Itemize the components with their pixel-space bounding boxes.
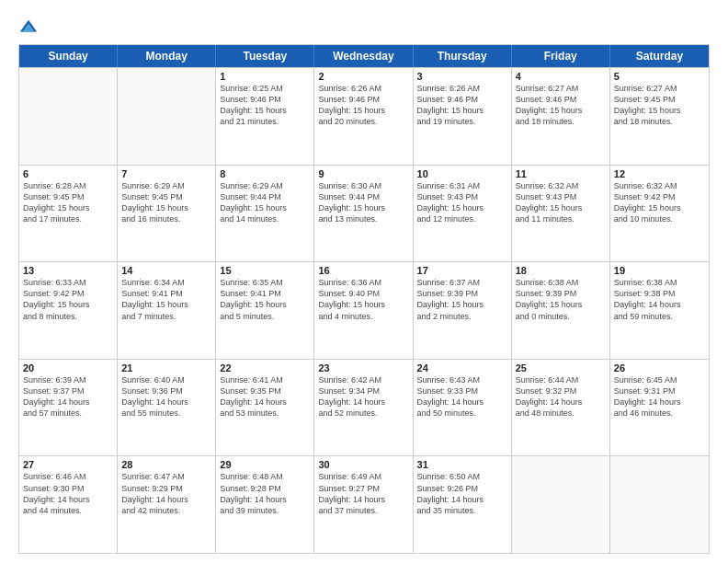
day-info: Sunrise: 6:38 AM Sunset: 9:38 PM Dayligh… (614, 277, 705, 322)
day-info: Sunrise: 6:26 AM Sunset: 9:46 PM Dayligh… (318, 83, 408, 128)
day-number: 28 (121, 459, 211, 470)
day-info: Sunrise: 6:31 AM Sunset: 9:43 PM Dayligh… (417, 180, 507, 225)
day-of-week-header: Friday (512, 45, 610, 67)
day-number: 27 (23, 459, 113, 470)
day-info: Sunrise: 6:39 AM Sunset: 9:37 PM Dayligh… (23, 374, 113, 419)
calendar-row: 13Sunrise: 6:33 AM Sunset: 9:42 PM Dayli… (19, 261, 709, 359)
table-row (118, 68, 216, 165)
day-info: Sunrise: 6:30 AM Sunset: 9:44 PM Dayligh… (318, 180, 408, 225)
day-of-week-header: Tuesday (216, 45, 314, 67)
day-info: Sunrise: 6:38 AM Sunset: 9:39 PM Dayligh… (516, 277, 606, 322)
day-number: 9 (318, 168, 408, 179)
calendar-row: 1Sunrise: 6:25 AM Sunset: 9:46 PM Daylig… (19, 67, 709, 165)
day-info: Sunrise: 6:42 AM Sunset: 9:34 PM Dayligh… (318, 374, 408, 419)
logo-icon (18, 17, 39, 37)
day-info: Sunrise: 6:28 AM Sunset: 9:45 PM Dayligh… (23, 180, 113, 225)
header (18, 17, 710, 37)
day-number: 31 (417, 459, 507, 470)
day-number: 8 (220, 168, 310, 179)
table-row: 18Sunrise: 6:38 AM Sunset: 9:39 PM Dayli… (512, 262, 610, 359)
calendar-row: 6Sunrise: 6:28 AM Sunset: 9:45 PM Daylig… (19, 165, 709, 262)
day-number: 10 (417, 168, 507, 179)
day-info: Sunrise: 6:29 AM Sunset: 9:44 PM Dayligh… (220, 180, 310, 225)
day-number: 24 (417, 362, 507, 373)
day-info: Sunrise: 6:41 AM Sunset: 9:35 PM Dayligh… (220, 374, 310, 419)
day-number: 2 (318, 71, 408, 82)
table-row: 2Sunrise: 6:26 AM Sunset: 9:46 PM Daylig… (314, 68, 413, 165)
table-row: 8Sunrise: 6:29 AM Sunset: 9:44 PM Daylig… (216, 166, 314, 262)
day-info: Sunrise: 6:46 AM Sunset: 9:30 PM Dayligh… (23, 471, 113, 516)
logo (18, 17, 42, 37)
table-row: 9Sunrise: 6:30 AM Sunset: 9:44 PM Daylig… (314, 166, 413, 262)
day-info: Sunrise: 6:50 AM Sunset: 9:26 PM Dayligh… (417, 471, 507, 516)
table-row: 6Sunrise: 6:28 AM Sunset: 9:45 PM Daylig… (19, 166, 118, 262)
day-number: 30 (318, 459, 408, 470)
calendar-header: SundayMondayTuesdayWednesdayThursdayFrid… (19, 45, 709, 67)
table-row: 17Sunrise: 6:37 AM Sunset: 9:39 PM Dayli… (414, 262, 512, 359)
day-of-week-header: Wednesday (314, 45, 413, 67)
day-number: 29 (220, 459, 310, 470)
table-row: 11Sunrise: 6:32 AM Sunset: 9:43 PM Dayli… (512, 166, 610, 262)
day-info: Sunrise: 6:36 AM Sunset: 9:40 PM Dayligh… (318, 277, 408, 322)
day-info: Sunrise: 6:40 AM Sunset: 9:36 PM Dayligh… (121, 374, 211, 419)
day-info: Sunrise: 6:27 AM Sunset: 9:46 PM Dayligh… (516, 83, 606, 128)
table-row: 29Sunrise: 6:48 AM Sunset: 9:28 PM Dayli… (216, 456, 314, 553)
day-number: 20 (23, 362, 113, 373)
day-info: Sunrise: 6:35 AM Sunset: 9:41 PM Dayligh… (220, 277, 310, 322)
day-info: Sunrise: 6:29 AM Sunset: 9:45 PM Dayligh… (121, 180, 211, 225)
day-info: Sunrise: 6:27 AM Sunset: 9:45 PM Dayligh… (614, 83, 705, 128)
day-number: 17 (417, 265, 507, 276)
calendar-row: 27Sunrise: 6:46 AM Sunset: 9:30 PM Dayli… (19, 455, 709, 553)
calendar: SundayMondayTuesdayWednesdayThursdayFrid… (18, 44, 710, 554)
day-number: 26 (614, 362, 705, 373)
day-info: Sunrise: 6:33 AM Sunset: 9:42 PM Dayligh… (23, 277, 113, 322)
table-row: 1Sunrise: 6:25 AM Sunset: 9:46 PM Daylig… (216, 68, 314, 165)
day-number: 7 (121, 168, 211, 179)
table-row: 13Sunrise: 6:33 AM Sunset: 9:42 PM Dayli… (19, 262, 118, 359)
table-row: 30Sunrise: 6:49 AM Sunset: 9:27 PM Dayli… (314, 456, 413, 553)
table-row: 16Sunrise: 6:36 AM Sunset: 9:40 PM Dayli… (314, 262, 413, 359)
table-row: 12Sunrise: 6:32 AM Sunset: 9:42 PM Dayli… (610, 166, 709, 262)
day-number: 13 (23, 265, 113, 276)
day-of-week-header: Thursday (414, 45, 512, 67)
table-row (512, 456, 610, 553)
day-number: 1 (220, 71, 310, 82)
day-number: 3 (417, 71, 507, 82)
day-of-week-header: Sunday (19, 45, 118, 67)
day-info: Sunrise: 6:44 AM Sunset: 9:32 PM Dayligh… (516, 374, 606, 419)
table-row: 21Sunrise: 6:40 AM Sunset: 9:36 PM Dayli… (118, 360, 216, 456)
day-number: 19 (614, 265, 705, 276)
table-row: 31Sunrise: 6:50 AM Sunset: 9:26 PM Dayli… (414, 456, 512, 553)
day-info: Sunrise: 6:32 AM Sunset: 9:42 PM Dayligh… (614, 180, 705, 225)
day-number: 5 (614, 71, 705, 82)
day-number: 22 (220, 362, 310, 373)
day-of-week-header: Saturday (610, 45, 709, 67)
day-number: 15 (220, 265, 310, 276)
table-row: 14Sunrise: 6:34 AM Sunset: 9:41 PM Dayli… (118, 262, 216, 359)
day-number: 16 (318, 265, 408, 276)
calendar-body: 1Sunrise: 6:25 AM Sunset: 9:46 PM Daylig… (19, 67, 709, 553)
table-row: 22Sunrise: 6:41 AM Sunset: 9:35 PM Dayli… (216, 360, 314, 456)
table-row: 25Sunrise: 6:44 AM Sunset: 9:32 PM Dayli… (512, 360, 610, 456)
table-row: 10Sunrise: 6:31 AM Sunset: 9:43 PM Dayli… (414, 166, 512, 262)
table-row: 7Sunrise: 6:29 AM Sunset: 9:45 PM Daylig… (118, 166, 216, 262)
day-info: Sunrise: 6:34 AM Sunset: 9:41 PM Dayligh… (121, 277, 211, 322)
table-row: 26Sunrise: 6:45 AM Sunset: 9:31 PM Dayli… (610, 360, 709, 456)
table-row: 15Sunrise: 6:35 AM Sunset: 9:41 PM Dayli… (216, 262, 314, 359)
table-row: 5Sunrise: 6:27 AM Sunset: 9:45 PM Daylig… (610, 68, 709, 165)
day-info: Sunrise: 6:25 AM Sunset: 9:46 PM Dayligh… (220, 83, 310, 128)
day-number: 4 (516, 71, 606, 82)
day-number: 6 (23, 168, 113, 179)
table-row (610, 456, 709, 553)
table-row: 4Sunrise: 6:27 AM Sunset: 9:46 PM Daylig… (512, 68, 610, 165)
day-info: Sunrise: 6:32 AM Sunset: 9:43 PM Dayligh… (516, 180, 606, 225)
day-info: Sunrise: 6:45 AM Sunset: 9:31 PM Dayligh… (614, 374, 705, 419)
day-number: 11 (516, 168, 606, 179)
day-info: Sunrise: 6:43 AM Sunset: 9:33 PM Dayligh… (417, 374, 507, 419)
day-info: Sunrise: 6:49 AM Sunset: 9:27 PM Dayligh… (318, 471, 408, 516)
day-info: Sunrise: 6:47 AM Sunset: 9:29 PM Dayligh… (121, 471, 211, 516)
day-number: 18 (516, 265, 606, 276)
page: SundayMondayTuesdayWednesdayThursdayFrid… (0, 0, 728, 563)
day-of-week-header: Monday (118, 45, 216, 67)
table-row: 24Sunrise: 6:43 AM Sunset: 9:33 PM Dayli… (414, 360, 512, 456)
